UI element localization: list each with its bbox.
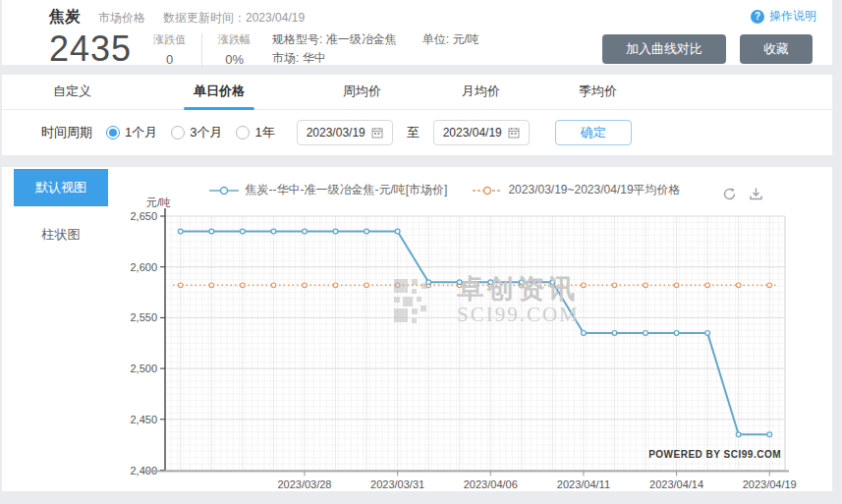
svg-text:2,450: 2,450	[130, 414, 157, 425]
change-pct-label: 涨跌幅	[218, 32, 251, 47]
divider	[201, 33, 202, 65]
range-separator: 至	[407, 124, 420, 141]
radio-unselected-icon	[236, 126, 250, 140]
page: 焦炭 市场价格 数据更新时间：2023/04/19 ? 操作说明 2435 涨跌…	[2, 0, 832, 491]
spec-label: 规格型号: 准一级冶金焦	[272, 30, 397, 49]
svg-text:2,500: 2,500	[130, 363, 157, 374]
svg-text:2023/03/28: 2023/03/28	[277, 478, 331, 490]
sidebar-item-bar-chart[interactable]: 柱状图	[14, 216, 108, 253]
help-label: 操作说明	[769, 8, 816, 25]
svg-text:2023/03/31: 2023/03/31	[370, 478, 424, 490]
sidebar-item-default-view[interactable]: 默认视图	[14, 169, 108, 206]
change-pct-block: 涨跌幅 0%	[218, 32, 251, 67]
view-sidebar: 默认视图 柱状图	[2, 167, 127, 491]
update-time: 数据更新时间：2023/04/19	[163, 10, 305, 27]
confirm-button[interactable]: 确定	[555, 120, 632, 145]
change-pct: 0%	[218, 52, 251, 67]
radio-selected-icon	[106, 126, 120, 140]
radio-1-year[interactable]: 1年	[236, 124, 274, 141]
powered-by-label: POWERED BY SCI99.COM	[648, 449, 781, 460]
date-from-input[interactable]: 2023/03/19	[297, 120, 393, 145]
price-type-tabs: 自定义 单日价格 周均价 月均价 季均价	[2, 75, 832, 110]
svg-text:2023/04/11: 2023/04/11	[557, 478, 610, 490]
radio-3-months-label: 3个月	[190, 124, 222, 141]
tab-weekly-average[interactable]: 周均价	[339, 75, 385, 110]
change-value: 0	[153, 52, 186, 67]
tab-monthly-average[interactable]: 月均价	[458, 75, 504, 110]
radio-3-months[interactable]: 3个月	[171, 124, 222, 141]
change-value-block: 涨跌值 0	[153, 32, 186, 67]
radio-1-month-label: 1个月	[125, 124, 157, 141]
price-chart: 2,4002,4502,5002,5502,6002,6502023/03/28…	[127, 196, 832, 491]
legend-line-marker-icon	[473, 186, 502, 196]
radio-1-month[interactable]: 1个月	[106, 124, 157, 141]
calendar-icon	[371, 127, 383, 139]
market-label: 市场: 华中	[272, 49, 397, 68]
spec-block: 规格型号: 准一级冶金焦 单位: 元/吨 市场: 华中	[272, 30, 479, 68]
favorite-button[interactable]: 收藏	[740, 34, 813, 64]
help-link[interactable]: ? 操作说明	[751, 8, 816, 25]
price-type-label: 市场价格	[98, 10, 145, 27]
main-content: 默认视图 柱状图 焦炭--华中-准一级冶金焦-元/吨[市场价] 2	[2, 167, 832, 491]
period-label: 时间周期	[41, 124, 92, 141]
svg-text:元/吨: 元/吨	[146, 196, 171, 208]
add-curve-compare-button[interactable]: 加入曲线对比	[602, 34, 726, 64]
tab-quarterly-average[interactable]: 季均价	[575, 75, 621, 110]
svg-text:2,600: 2,600	[130, 261, 157, 273]
radio-unselected-icon	[171, 126, 185, 140]
svg-text:2023/04/19: 2023/04/19	[743, 478, 797, 490]
filter-row: 时间周期 1个月 3个月 1年 2023/03/19	[2, 110, 832, 155]
radio-1-year-label: 1年	[254, 124, 274, 141]
svg-text:2023/04/14: 2023/04/14	[649, 478, 703, 490]
header: 焦炭 市场价格 数据更新时间：2023/04/19 ? 操作说明 2435 涨跌…	[2, 0, 832, 65]
svg-text:2023/04/06: 2023/04/06	[464, 478, 518, 490]
date-to-input[interactable]: 2023/04/19	[433, 120, 530, 145]
current-price: 2435	[49, 29, 132, 69]
tab-daily-price[interactable]: 单日价格	[190, 75, 249, 110]
chart-panel: 焦炭--华中-准一级冶金焦-元/吨[市场价] 2023/03/19~2023/0…	[127, 167, 832, 491]
svg-text:2,550: 2,550	[130, 311, 157, 323]
change-value-label: 涨跌值	[153, 32, 186, 47]
date-to-value: 2023/04/19	[443, 126, 502, 140]
question-circle-icon: ?	[751, 10, 764, 24]
spacer	[2, 155, 832, 167]
svg-text:2,650: 2,650	[130, 210, 157, 222]
tab-custom[interactable]: 自定义	[49, 75, 95, 110]
legend-line-marker-icon	[209, 186, 239, 196]
unit-label: 单位: 元/吨	[422, 30, 479, 49]
calendar-icon	[508, 127, 520, 139]
tabs-filter-card: 自定义 单日价格 周均价 月均价 季均价 时间周期 1个月 3个月 1年 202…	[2, 75, 832, 155]
product-name: 焦炭	[49, 7, 81, 28]
date-from-value: 2023/03/19	[307, 126, 365, 140]
